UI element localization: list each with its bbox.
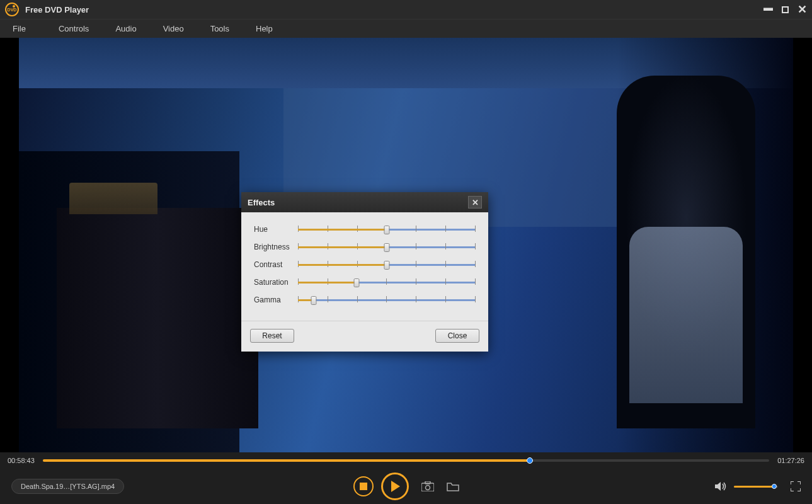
effect-label-hue: Hue [254,225,298,234]
effect-thumb-saturation[interactable] [354,278,360,287]
effect-label-brightness: Brightness [254,243,298,251]
seek-track[interactable] [43,459,769,462]
fullscreen-icon [791,481,801,491]
app-title: Free DVD Player [25,5,763,14]
maximize-button[interactable] [782,6,789,13]
control-bar: Death.Spa.19…[YTS.AG].mp4 [0,469,812,504]
effect-slider-brightness[interactable] [298,241,476,253]
app-logo-icon: DVD [5,3,19,16]
menu-audio[interactable]: Audio [108,20,155,37]
menu-video[interactable]: Video [156,20,203,37]
reset-button[interactable]: Reset [250,329,294,343]
filename-chip[interactable]: Death.Spa.19…[YTS.AG].mp4 [11,479,124,494]
volume-slider[interactable] [734,486,778,488]
effect-slider-saturation[interactable] [298,277,476,288]
effect-thumb-hue[interactable] [384,226,390,234]
time-current: 00:58:43 [8,457,37,464]
video-viewport[interactable]: Effects ✕ HueBrightnessContrastSaturatio… [0,38,812,452]
seek-bar: 00:58:43 01:27:26 [0,452,812,469]
play-icon [390,481,400,492]
menu-file[interactable]: File [5,20,51,37]
effect-thumb-gamma[interactable] [311,296,317,305]
effect-thumb-contrast[interactable] [384,261,390,270]
time-total: 01:27:26 [775,457,804,464]
svg-point-4 [425,486,430,490]
volume-button[interactable] [715,481,726,491]
effect-thumb-brightness[interactable] [384,243,390,252]
effect-label-gamma: Gamma [254,295,298,304]
stop-button[interactable] [353,476,374,496]
svg-rect-0 [360,483,367,490]
camera-icon [421,481,434,491]
close-button[interactable]: Close [435,329,479,343]
menu-help[interactable]: Help [248,20,292,37]
window-close-button[interactable]: ✕ [798,4,807,15]
svg-marker-1 [391,481,400,492]
dialog-close-button[interactable]: ✕ [468,196,482,209]
snapshot-button[interactable] [421,481,434,491]
open-folder-button[interactable] [447,481,459,491]
menu-controls[interactable]: Controls [51,20,108,37]
folder-icon [447,481,459,491]
titlebar: DVD Free DVD Player ▬ ✕ [0,0,812,19]
volume-thumb[interactable] [772,484,777,489]
stop-icon [360,483,367,490]
seek-thumb[interactable] [527,457,533,464]
effects-dialog: Effects ✕ HueBrightnessContrastSaturatio… [241,192,488,352]
minimize-button[interactable]: ▬ [763,3,773,12]
volume-icon [715,481,726,491]
menubar: File Controls Audio Video Tools Help [0,19,812,38]
svg-marker-5 [715,482,721,491]
svg-rect-3 [425,481,430,484]
fullscreen-button[interactable] [791,481,801,491]
effect-label-contrast: Contrast [254,260,298,269]
play-button[interactable] [381,472,409,500]
dialog-title: Effects [248,198,468,207]
effect-slider-gamma[interactable] [298,294,476,306]
menu-tools[interactable]: Tools [203,20,248,37]
effect-slider-contrast[interactable] [298,259,476,270]
effect-label-saturation: Saturation [254,278,298,287]
effect-slider-hue[interactable] [298,224,476,235]
